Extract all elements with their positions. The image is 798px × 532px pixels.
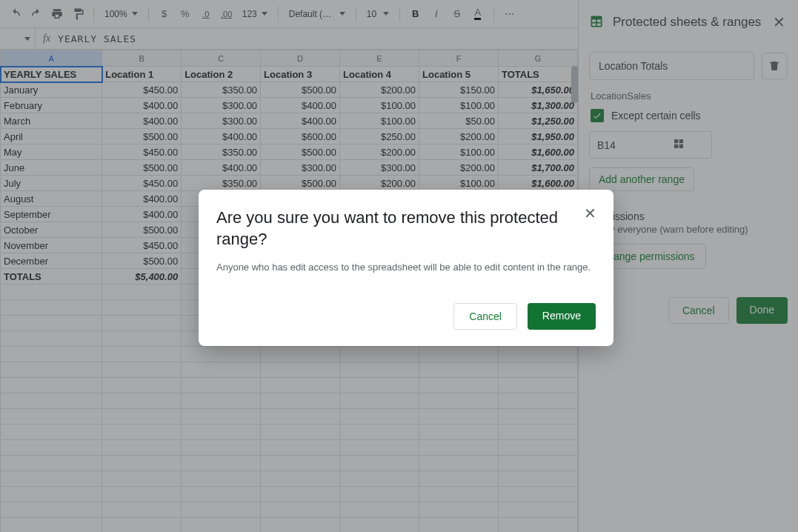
font-family-select[interactable]: Default (Ve... [285, 9, 350, 19]
empty-row[interactable] [1, 409, 578, 425]
column-headers[interactable]: A B C D E F G [1, 50, 578, 67]
sheets-icon [589, 14, 604, 31]
empty-row[interactable] [1, 440, 578, 456]
col-header-f: F [419, 50, 499, 67]
format-currency-button[interactable]: $ [155, 4, 174, 24]
grid-select-icon[interactable] [673, 138, 685, 152]
strikethrough-button[interactable]: S [448, 4, 467, 24]
data-row[interactable]: February$400.00$300.00$400.00$100.00$100… [1, 98, 578, 113]
col-header-g: G [498, 50, 577, 67]
empty-row[interactable] [1, 502, 578, 518]
panel-done-button[interactable]: Done [737, 297, 788, 324]
empty-row[interactable] [1, 393, 578, 409]
vertical-scrollbar[interactable] [571, 66, 578, 103]
zoom-select[interactable]: 100% [100, 9, 142, 19]
confirm-remove-modal: ✕ Are you sure you want to remove this p… [199, 190, 614, 346]
modal-cancel-button[interactable]: Cancel [453, 303, 517, 330]
fx-icon: fx [36, 33, 58, 44]
col-header-e: E [340, 50, 419, 67]
modal-body: Anyone who has edit access to the spread… [216, 260, 596, 275]
permissions-sub: ble by everyone (warn before editing) [589, 224, 788, 235]
col-header-b: B [102, 50, 182, 67]
number-format-select[interactable]: 123 [238, 9, 272, 19]
italic-button[interactable]: I [427, 4, 446, 24]
col-header-c: C [182, 50, 261, 67]
font-size-select[interactable]: 10 [362, 9, 393, 19]
data-row[interactable]: January$450.00$350.00$500.00$200.00$150.… [1, 82, 578, 98]
bold-button[interactable]: B [406, 4, 425, 24]
empty-row[interactable] [1, 378, 578, 393]
except-cells-checkbox[interactable] [591, 109, 604, 122]
undo-button[interactable] [6, 4, 25, 24]
range-description-input[interactable]: Location Totals [589, 52, 754, 80]
more-tools-button[interactable]: ⋯ [500, 4, 519, 24]
excluded-range-input[interactable]: B14 [589, 131, 712, 159]
paint-format-button[interactable] [68, 4, 87, 24]
empty-row[interactable] [1, 487, 578, 502]
print-button[interactable] [47, 4, 67, 24]
delete-range-button[interactable] [762, 53, 788, 79]
modal-close-button[interactable]: ✕ [579, 203, 600, 224]
data-row[interactable]: April$500.00$400.00$600.00$250.00$200.00… [1, 129, 578, 144]
sheet-name-label: LocationSales [591, 90, 786, 102]
header-row[interactable]: YEARLY SALESLocation 1Location 2Location… [1, 67, 578, 82]
empty-row[interactable] [1, 425, 578, 440]
empty-row[interactable] [1, 471, 578, 487]
format-percent-button[interactable]: % [176, 4, 195, 24]
except-cells-label: Except certain cells [611, 110, 701, 122]
data-row[interactable]: May$450.00$350.00$500.00$200.00$100.00$1… [1, 144, 578, 160]
data-row[interactable]: July$450.00$350.00$500.00$200.00$100.00$… [1, 176, 578, 191]
redo-button[interactable] [27, 4, 46, 24]
data-row[interactable]: March$400.00$300.00$400.00$100.00$50.00$… [1, 113, 578, 129]
empty-row[interactable] [1, 347, 578, 362]
empty-row[interactable] [1, 456, 578, 471]
panel-title: Protected sheets & ranges [613, 15, 761, 30]
col-header-d: D [261, 50, 340, 67]
permissions-label: permissions [589, 210, 788, 222]
col-header-a: A [1, 50, 102, 67]
increase-decimal-button[interactable]: .00 [217, 4, 236, 24]
name-box[interactable] [0, 28, 36, 49]
data-row[interactable]: June$500.00$400.00$300.00$300.00$200.00$… [1, 160, 578, 176]
modal-title: Are you sure you want to remove this pro… [216, 207, 571, 250]
add-range-button[interactable]: Add another range [589, 167, 694, 191]
close-panel-button[interactable]: ✕ [770, 13, 788, 31]
text-color-button[interactable]: A [468, 4, 488, 24]
empty-row[interactable] [1, 362, 578, 378]
panel-cancel-button[interactable]: Cancel [668, 297, 729, 324]
decrease-decimal-button[interactable]: .0 [196, 4, 216, 24]
modal-remove-button[interactable]: Remove [528, 303, 596, 330]
empty-row[interactable] [1, 518, 578, 533]
